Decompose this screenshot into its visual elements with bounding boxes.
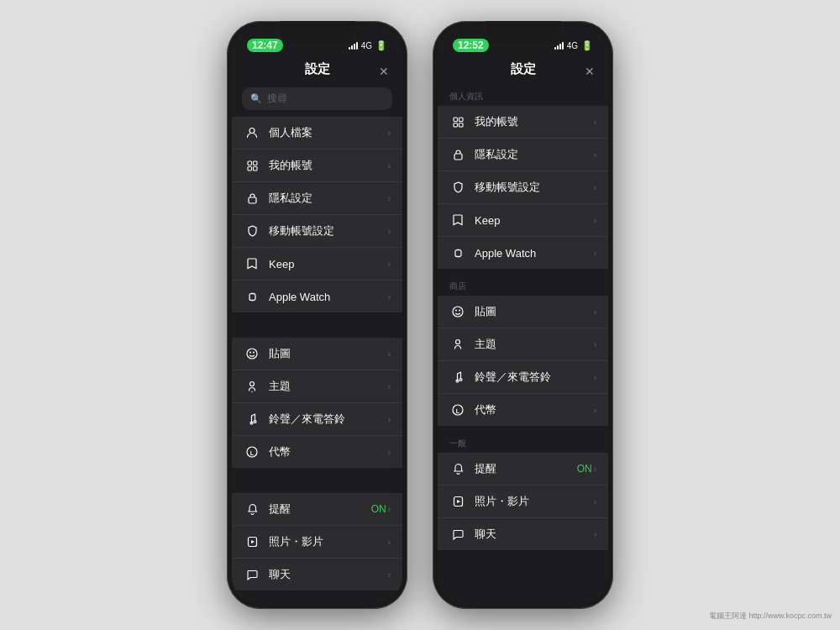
right-status-right: 4G 🔋	[554, 40, 593, 51]
right-section-general-label: 一般	[438, 431, 608, 453]
svg-text:L: L	[250, 450, 255, 456]
left-item-sticker[interactable]: 貼圖 ›	[232, 338, 402, 370]
chevron-icon: ›	[594, 307, 596, 317]
left-item-theme[interactable]: 主題 ›	[232, 370, 402, 403]
left-title: 設定	[305, 61, 330, 77]
sticker-icon	[244, 345, 260, 362]
right-item-chat-label: 聊天	[475, 527, 594, 542]
right-item-photo[interactable]: 照片・影片 ›	[438, 486, 608, 518]
svg-rect-3	[248, 166, 252, 171]
right-section-personal: 個人資訊 我的帳號 › 隱私	[438, 84, 608, 269]
signal-bar-4	[356, 42, 358, 50]
right-item-sticker-label: 貼圖	[475, 304, 594, 319]
left-item-photo[interactable]: 照片・影片 ›	[232, 526, 402, 559]
right-item-chat[interactable]: 聊天 ›	[438, 518, 608, 550]
right-section-personal-label: 個人資訊	[438, 84, 608, 106]
svg-rect-26	[455, 249, 461, 256]
left-item-ringtone[interactable]: 鈴聲／來電答鈴 ›	[232, 403, 402, 436]
chevron-icon: ›	[388, 505, 391, 514]
right-item-ringtone-label: 鈴聲／來電答鈴	[475, 370, 594, 385]
right-item-watch[interactable]: Apple Watch ›	[438, 237, 608, 269]
signal-bar-2	[351, 45, 353, 50]
shield-icon	[244, 223, 260, 239]
svg-point-29	[453, 307, 463, 317]
right-item-sticker[interactable]: 貼圖 ›	[438, 296, 608, 328]
svg-point-10	[249, 352, 251, 354]
play-icon	[244, 533, 260, 550]
left-phone-content[interactable]: 個人檔案 › 我的帳號 › 隱私設定	[232, 117, 402, 604]
right-close-button[interactable]: ✕	[585, 65, 595, 78]
left-close-button[interactable]: ✕	[379, 65, 389, 78]
battery-icon: 🔋	[375, 40, 387, 51]
bell-icon	[244, 501, 260, 517]
chevron-icon: ›	[388, 227, 391, 236]
left-item-coin-label: 代幣	[269, 444, 388, 459]
search-icon: 🔍	[250, 93, 262, 104]
left-item-coin[interactable]: L 代幣 ›	[232, 436, 402, 468]
right-phone-content[interactable]: 個人資訊 我的帳號 › 隱私	[438, 84, 608, 604]
chevron-icon: ›	[594, 183, 596, 192]
left-item-theme-label: 主題	[269, 379, 388, 394]
right-item-coin[interactable]: L 代幣 ›	[438, 394, 608, 426]
svg-point-32	[456, 340, 460, 344]
svg-point-9	[247, 349, 257, 359]
chevron-icon: ›	[594, 530, 596, 539]
svg-point-11	[253, 352, 255, 354]
right-item-account[interactable]: 我的帳號 ›	[438, 106, 608, 139]
chevron-icon: ›	[388, 538, 391, 547]
left-item-sticker-label: 貼圖	[269, 346, 388, 361]
right-section-shop-label: 商店	[438, 274, 608, 296]
right-item-notify[interactable]: 提醒 ON ›	[438, 453, 608, 486]
chevron-icon: ›	[388, 161, 391, 171]
left-item-chat[interactable]: 聊天 ›	[232, 559, 402, 591]
left-item-keep[interactable]: Keep ›	[232, 248, 402, 281]
left-item-privacy[interactable]: 隱私設定 ›	[232, 182, 402, 215]
right-item-coin-label: 代幣	[475, 402, 594, 417]
theme-icon	[449, 336, 466, 353]
right-signal-bars	[554, 41, 564, 50]
shield-icon	[449, 179, 466, 196]
left-search-bar: 🔍 搜尋	[232, 84, 402, 117]
music-icon	[449, 369, 466, 386]
right-status-time: 12:52	[453, 39, 489, 52]
right-section-shop: 商店 貼圖 › 主題	[438, 274, 608, 426]
right-item-notify-label: 提醒	[475, 461, 577, 476]
svg-rect-24	[459, 123, 463, 127]
chat-icon	[244, 566, 260, 583]
right-item-notify-value: ON	[577, 463, 592, 475]
right-group-general: 提醒 ON › 照片・影片 ›	[438, 453, 608, 550]
right-item-ringtone[interactable]: 鈴聲／來電答鈴 ›	[438, 361, 608, 394]
right-section-general: 一般 提醒 ON ›	[438, 431, 608, 550]
left-item-profile[interactable]: 個人檔案 ›	[232, 117, 402, 150]
right-phone: 12:52 4G 🔋 設定 ✕	[433, 21, 613, 609]
right-group-personal: 我的帳號 › 隱私設定 ›	[438, 106, 608, 269]
left-item-privacy-label: 隱私設定	[269, 191, 388, 206]
chevron-icon: ›	[388, 415, 391, 424]
left-item-mobile[interactable]: 移動帳號設定 ›	[232, 215, 402, 248]
left-item-watch-label: Apple Watch	[269, 291, 388, 303]
left-item-account[interactable]: 我的帳號 ›	[232, 150, 402, 182]
chevron-icon: ›	[594, 118, 596, 127]
right-item-mobile[interactable]: 移動帳號設定 ›	[438, 171, 608, 204]
svg-marker-20	[251, 540, 255, 543]
theme-icon	[244, 378, 260, 395]
svg-rect-23	[454, 123, 458, 127]
chevron-icon: ›	[388, 260, 391, 269]
right-item-account-label: 我的帳號	[475, 114, 594, 129]
grid-icon	[244, 157, 260, 174]
left-search-input[interactable]: 🔍 搜尋	[242, 87, 392, 110]
chevron-icon: ›	[594, 497, 596, 507]
chevron-icon: ›	[594, 249, 596, 258]
svg-rect-5	[249, 197, 256, 203]
right-item-theme[interactable]: 主題 ›	[438, 328, 608, 361]
left-item-watch[interactable]: Apple Watch ›	[232, 281, 402, 312]
left-item-notify[interactable]: 提醒 ON ›	[232, 493, 402, 526]
left-item-profile-label: 個人檔案	[269, 125, 388, 140]
svg-point-31	[459, 310, 460, 312]
right-item-privacy[interactable]: 隱私設定 ›	[438, 139, 608, 171]
left-status-bar: 12:47 4G 🔋	[232, 26, 402, 58]
chevron-icon: ›	[594, 406, 596, 415]
right-item-keep[interactable]: Keep ›	[438, 204, 608, 237]
left-item-notify-value: ON	[371, 503, 386, 515]
chevron-icon: ›	[388, 349, 391, 359]
